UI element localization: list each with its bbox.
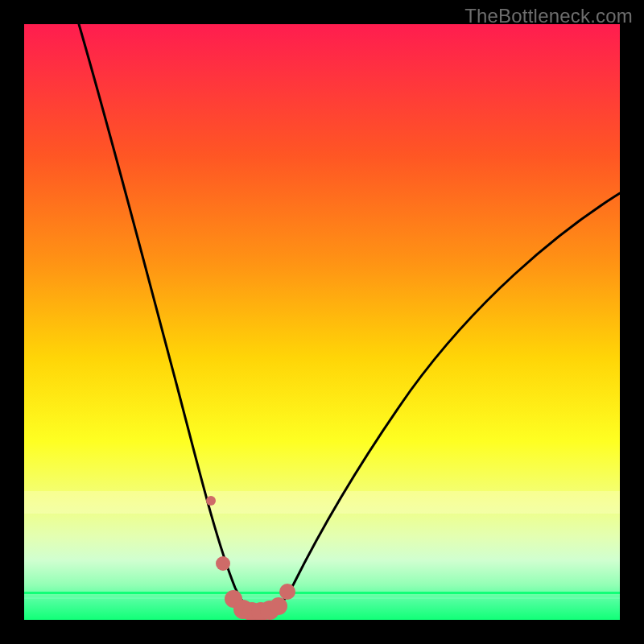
svg-point-8 [279,584,295,600]
highlight-markers [206,496,295,620]
bottleneck-curve [79,24,620,615]
watermark-text: TheBottleneck.com [464,5,633,27]
svg-point-1 [216,556,230,571]
curve-layer [24,24,620,620]
plot-area [24,24,620,620]
svg-point-0 [206,496,216,506]
svg-point-7 [270,597,287,615]
